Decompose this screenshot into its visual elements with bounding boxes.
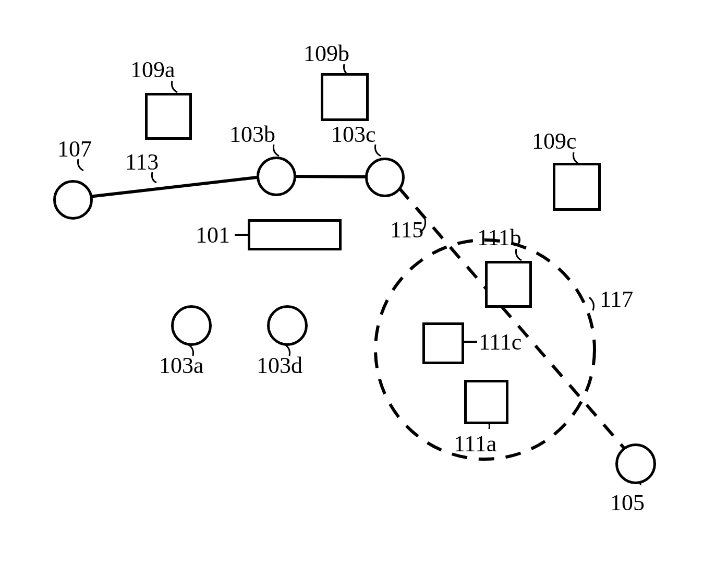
label-111c: 111c — [479, 329, 521, 355]
svg-line-0 — [76, 176, 266, 198]
label-109a: 109a — [130, 56, 175, 83]
box-101 — [248, 219, 342, 250]
label-105: 105 — [610, 489, 645, 516]
box-109b — [321, 73, 369, 121]
label-107: 107 — [57, 136, 92, 162]
box-109c — [553, 163, 601, 211]
svg-line-1 — [288, 176, 375, 177]
label-109c: 109c — [532, 128, 577, 154]
label-117: 117 — [600, 286, 633, 313]
label-109b: 109b — [304, 40, 349, 67]
label-101: 101 — [196, 222, 230, 248]
node-103d — [267, 305, 308, 346]
node-105 — [615, 443, 656, 484]
box-111b — [485, 261, 532, 308]
label-103c: 103c — [331, 121, 376, 148]
node-103a — [171, 305, 212, 346]
label-103d: 103d — [257, 352, 302, 379]
label-111a: 111a — [454, 430, 496, 457]
box-111a — [464, 380, 508, 424]
label-113: 113 — [125, 149, 159, 175]
label-103a: 103a — [159, 352, 204, 379]
node-107 — [53, 180, 93, 220]
label-115: 115 — [390, 217, 423, 243]
box-109a — [145, 93, 192, 140]
label-103b: 103b — [229, 121, 275, 148]
node-103b — [257, 157, 296, 196]
box-111c — [422, 322, 464, 364]
node-103c — [365, 158, 405, 197]
label-111b: 111b — [477, 224, 521, 251]
